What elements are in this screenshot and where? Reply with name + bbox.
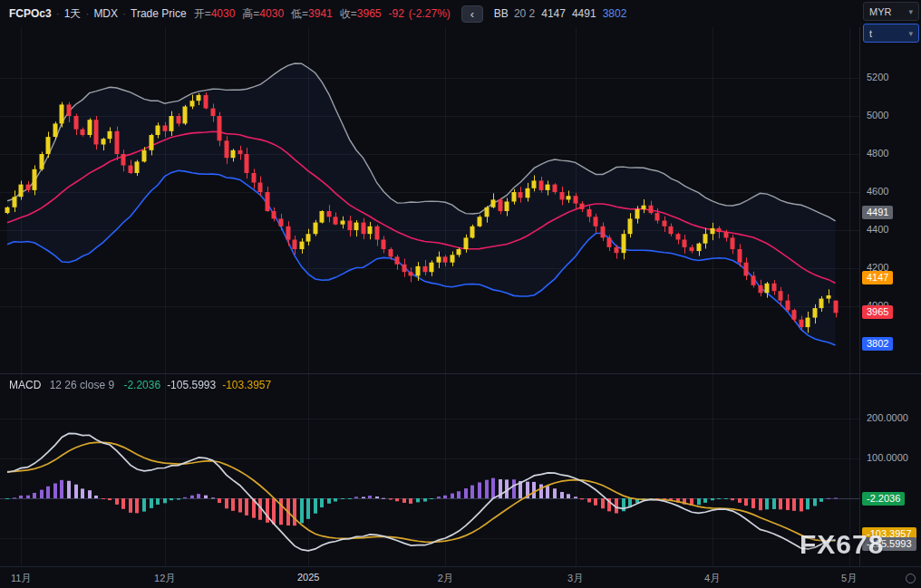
axis-controls: MYR ▾ t ▾	[863, 2, 919, 45]
unit-value: t	[869, 28, 872, 39]
unit-select[interactable]: t ▾	[863, 24, 919, 43]
last-price-badge: 3965	[862, 305, 893, 319]
chart-canvas[interactable]	[0, 27, 859, 566]
time-axis[interactable]: 11月12月20252月3月4月5月	[0, 566, 921, 588]
watermark: FX678	[800, 529, 884, 560]
change-value: -92	[389, 7, 404, 20]
exchange-label: MDX	[93, 7, 118, 20]
close-value: 3965	[357, 7, 382, 20]
bb-values: 414744913802	[535, 7, 626, 20]
time-axis-label: 12月	[145, 572, 185, 585]
chevron-down-icon: ▾	[908, 29, 913, 38]
macd-indicator-name[interactable]: MACD	[9, 379, 41, 391]
separator-dot: ·	[85, 7, 89, 20]
chart-legend: FCPOc3 · 1天 · MDX · Trade Price 开=4030 高…	[9, 0, 626, 27]
time-axis-label: 3月	[556, 572, 596, 585]
macd-legend: MACD 12 26 close 9 -2.2036-105.5993-103.…	[9, 379, 271, 391]
legend-back-button[interactable]: ‹	[461, 5, 483, 23]
time-axis-label: 2月	[425, 572, 465, 585]
macd-params: 12 26 close 9	[50, 379, 114, 391]
chevron-down-icon: ▾	[908, 7, 913, 16]
bb-value: 4147	[541, 7, 566, 20]
macd-values: -2.2036-105.5993-103.3957	[117, 379, 271, 391]
currency-select[interactable]: MYR ▾	[863, 2, 919, 21]
pane-divider[interactable]	[0, 373, 921, 374]
high-value: 4030	[259, 7, 284, 20]
change-percent: (-2.27%)	[409, 7, 451, 20]
separator-dot: ·	[122, 7, 126, 20]
price-axis[interactable]: 4491 4147 3965 3802 -2.2036 -103.3957 -1…	[859, 27, 921, 566]
bb-indicator-name[interactable]: BB	[494, 7, 509, 20]
separator-dot: ·	[56, 7, 60, 20]
trading-chart-app: FCPOc3 · 1天 · MDX · Trade Price 开=4030 高…	[0, 0, 921, 588]
currency-value: MYR	[869, 6, 891, 17]
series-type-label: Trade Price	[131, 7, 187, 20]
bb-basis-badge: 4147	[862, 271, 893, 284]
time-axis-label: 5月	[829, 572, 869, 585]
time-axis-label: 11月	[1, 572, 41, 585]
low-label: 低=	[291, 6, 308, 22]
clock-icon[interactable]	[906, 574, 916, 583]
high-label: 高=	[242, 6, 259, 22]
low-value: 3941	[308, 7, 333, 20]
macd-value: -103.3957	[222, 379, 271, 391]
interval-label[interactable]: 1天	[64, 6, 82, 22]
bb-value: 3802	[603, 7, 627, 20]
axis-tick-label: 5000	[867, 110, 888, 121]
axis-tick-label: 4400	[867, 224, 888, 236]
axis-tick-label: 100.0000	[867, 452, 908, 464]
macd-value: -2.2036	[123, 379, 160, 391]
axis-tick-label: 4600	[867, 186, 888, 198]
macd-hist-badge: -2.2036	[862, 492, 905, 506]
axis-tick-label: 4800	[867, 148, 888, 159]
bb-params: 20 2	[514, 7, 535, 20]
open-label: 开=	[194, 6, 211, 22]
bb-value: 4491	[572, 7, 596, 20]
time-axis-label: 2025	[288, 572, 328, 583]
open-value: 4030	[211, 7, 236, 20]
bb-lower-badge: 3802	[862, 337, 893, 351]
axis-tick-label: 200.0000	[867, 412, 908, 424]
bb-upper-badge: 4491	[862, 206, 893, 219]
macd-value: -105.5993	[167, 379, 216, 391]
symbol-name[interactable]: FCPOc3	[9, 7, 52, 20]
time-axis-label: 4月	[693, 572, 732, 585]
axis-tick-label: 5200	[867, 72, 888, 83]
close-label: 收=	[340, 6, 357, 22]
chevron-left-icon: ‹	[470, 7, 474, 21]
